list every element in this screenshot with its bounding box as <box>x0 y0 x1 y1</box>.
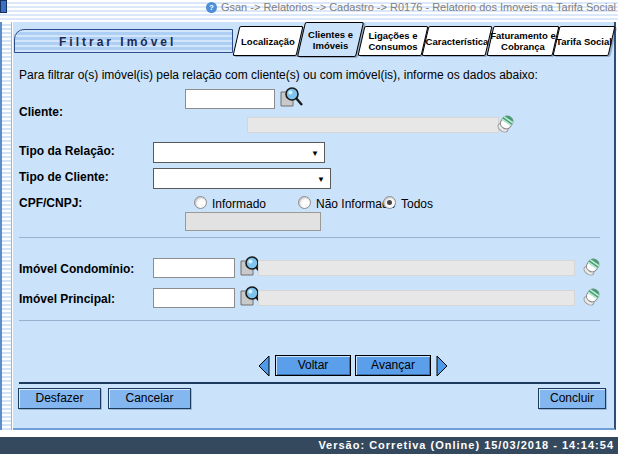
tab-localizacao[interactable]: Localização <box>236 26 300 56</box>
desfazer-button[interactable]: Desfazer <box>18 388 101 409</box>
cliente-input[interactable] <box>185 89 275 109</box>
imovel-principal-readonly <box>258 290 575 306</box>
cliente-label: Cliente: <box>19 105 63 119</box>
imovel-principal-input[interactable] <box>153 288 235 308</box>
tab-label: Ligações e Consumos <box>361 26 425 56</box>
gsan-window: ? Gsan -> Relatorios -> Cadastro -> R017… <box>0 0 618 454</box>
cliente-nome-readonly <box>247 117 499 133</box>
tipo-cliente-label: Tipo de Cliente: <box>19 170 109 184</box>
cpf-cnpj-input-disabled <box>185 212 321 231</box>
radio-informado-label: Informado <box>212 197 266 211</box>
version-text: Versão: Corretiva (Online) 15/03/2018 - … <box>318 439 614 451</box>
tab-tarifa-social[interactable]: Tarifa Social <box>556 26 612 56</box>
avancar-button[interactable]: Avançar <box>355 355 431 376</box>
chevron-down-icon: ▼ <box>317 175 325 184</box>
help-icon[interactable]: ? <box>206 2 217 13</box>
section-divider <box>19 237 600 238</box>
imovel-condominio-erase-icon[interactable] <box>582 253 604 277</box>
breadcrumb: ? Gsan -> Relatorios -> Cadastro -> R017… <box>206 1 616 13</box>
tab-faturamento-e-cobranca[interactable]: Faturamento e Cobrança <box>490 26 556 56</box>
radio-informado[interactable] <box>194 196 207 209</box>
tab-ligacoes-e-consumos[interactable]: Ligações e Consumos <box>361 26 425 56</box>
page-title-bar: Filtrar Imóvel <box>14 29 233 53</box>
tipo-cliente-select[interactable]: ▼ <box>153 168 331 189</box>
nav-forward-arrow-icon[interactable] <box>435 355 449 377</box>
instruction-text: Para filtrar o(s) imóvel(is) pela relaçã… <box>19 68 538 82</box>
chevron-down-icon: ▼ <box>311 149 319 158</box>
cancelar-button[interactable]: Cancelar <box>108 388 191 409</box>
tab-label: Característica <box>425 26 489 56</box>
section-divider <box>19 320 600 321</box>
window-corner-chip <box>0 0 7 13</box>
tab-label: Faturamento e Cobrança <box>490 26 556 56</box>
radio-todos-label: Todos <box>401 197 433 211</box>
nav-back-arrow-icon[interactable] <box>257 355 271 377</box>
imovel-principal-erase-icon[interactable] <box>582 283 604 307</box>
tab-clientes-e-imoveis[interactable]: Clientes e Imóveis <box>301 22 360 57</box>
left-striped-rail <box>0 22 12 430</box>
radio-nao-informado[interactable] <box>298 196 311 209</box>
tab-label: Clientes e Imóveis <box>301 22 360 57</box>
tab-label: Tarifa Social <box>556 26 612 56</box>
tab-caracteristica[interactable]: Característica <box>425 26 489 56</box>
imovel-principal-label: Imóvel Principal: <box>19 292 115 306</box>
footer-divider <box>19 382 600 384</box>
concluir-button[interactable]: Concluir <box>538 388 606 409</box>
cpf-cnpj-label: CPF/CNPJ: <box>19 196 82 210</box>
radio-todos[interactable] <box>383 196 396 209</box>
tipo-relacao-select[interactable]: ▼ <box>153 142 325 163</box>
cliente-erase-icon[interactable] <box>496 110 518 134</box>
imovel-condominio-readonly <box>258 260 575 276</box>
imovel-condominio-input[interactable] <box>153 258 235 278</box>
version-bar: Versão: Corretiva (Online) 15/03/2018 - … <box>0 437 618 454</box>
page-title: Filtrar Imóvel <box>15 30 232 49</box>
tipo-relacao-label: Tipo da Relação: <box>19 144 115 158</box>
cliente-search-icon[interactable] <box>277 85 303 111</box>
breadcrumb-text: Gsan -> Relatorios -> Cadastro -> R0176 … <box>221 1 616 13</box>
voltar-button[interactable]: Voltar <box>275 355 351 376</box>
imovel-condominio-label: Imóvel Condomínio: <box>19 262 134 276</box>
tab-label: Localização <box>236 26 300 56</box>
filter-panel: Filtrar Imóvel Localização Clientes e Im… <box>13 22 616 430</box>
